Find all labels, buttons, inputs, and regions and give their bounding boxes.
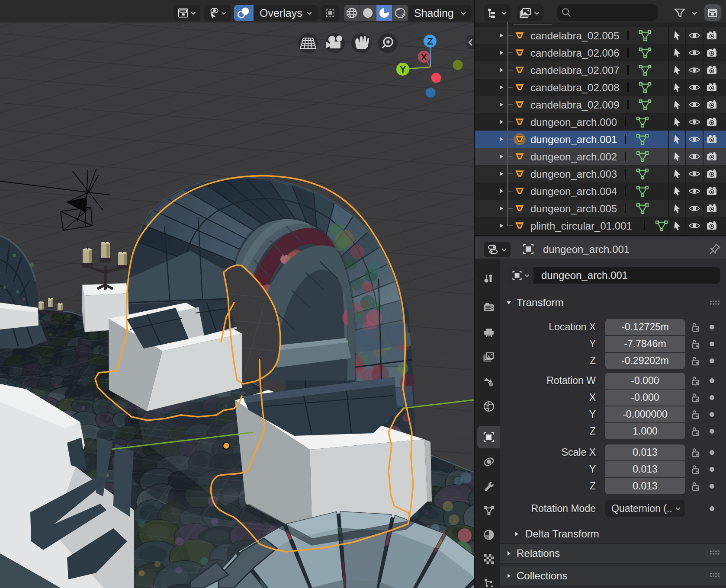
svg-text:X: X — [421, 52, 427, 62]
svg-text:Z: Z — [427, 36, 433, 47]
svg-text:Y: Y — [400, 64, 406, 75]
